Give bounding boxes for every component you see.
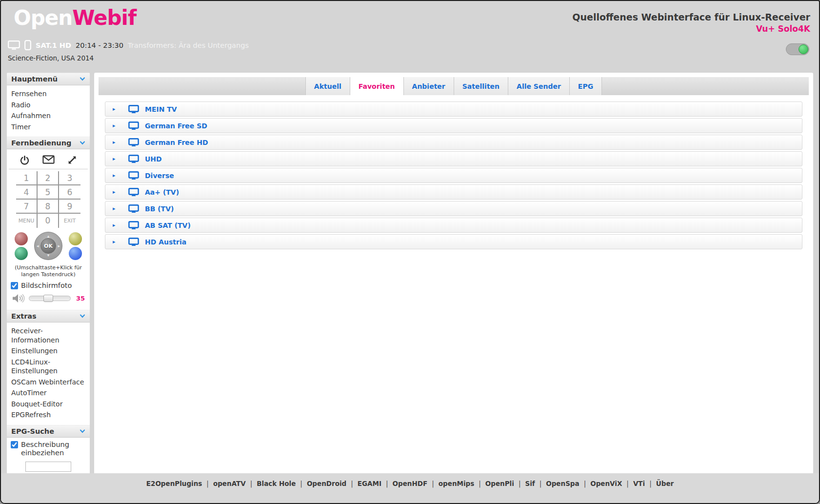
power-icon[interactable]: [20, 155, 30, 165]
tv-icon: [128, 171, 139, 180]
remote-key-1[interactable]: 1: [16, 171, 38, 185]
power-toggle-knob[interactable]: [799, 44, 808, 54]
sidebar-item-lcd4linux[interactable]: LCD4Linux-Einstellungen: [7, 357, 90, 377]
mobile-phone-icon: [24, 40, 31, 50]
footer-link-openpli[interactable]: OpenPli: [485, 480, 525, 487]
footer-link-e2openplugins[interactable]: E2OpenPlugins: [146, 480, 213, 487]
channel-tabs: Aktuell Favoriten Anbieter Satelliten Al…: [99, 77, 809, 95]
remote-key-7[interactable]: 7: [16, 200, 38, 214]
footer-link-openvix[interactable]: OpenViX: [590, 480, 633, 487]
remote-key-5[interactable]: 5: [38, 185, 59, 200]
chevron-down-icon: [80, 77, 85, 81]
sidebar-item-radio[interactable]: Radio: [7, 100, 90, 111]
sidebar-item-autotimer[interactable]: AutoTimer: [7, 387, 90, 399]
remote-key-2[interactable]: 2: [38, 171, 59, 185]
dpad[interactable]: ▴ ▾ ◂ ▸ OK: [34, 232, 62, 260]
footer-link-vti[interactable]: VTi: [633, 480, 656, 487]
bouquet-row[interactable]: ▸ German Free SD: [105, 118, 802, 133]
remote-key-3[interactable]: 3: [59, 171, 80, 185]
volume-slider-handle[interactable]: [43, 295, 53, 302]
footer-link-openatv[interactable]: openATV: [213, 480, 257, 487]
include-description-checkbox[interactable]: [11, 441, 18, 448]
expand-arrow-icon: ▸: [113, 122, 124, 129]
remote-key-menu[interactable]: MENU: [16, 214, 38, 228]
ok-button[interactable]: OK: [40, 238, 56, 254]
content-area: Hauptmenü Fernsehen Radio Aufnahmen Time…: [1, 73, 819, 496]
sidebar-item-fernsehen[interactable]: Fernsehen: [7, 88, 90, 100]
dpad-right-icon[interactable]: ▸: [58, 244, 60, 248]
tv-icon: [128, 155, 139, 163]
blue-button[interactable]: [69, 247, 82, 260]
remote-key-4[interactable]: 4: [16, 185, 38, 200]
remote-key-0[interactable]: 0: [38, 214, 59, 228]
remote-nav-cluster: ▴ ▾ ◂ ▸ OK: [7, 232, 90, 260]
bouquet-row[interactable]: ▸ HD Austria: [105, 234, 802, 249]
tv-icon: [128, 138, 139, 147]
epg-search-input[interactable]: [25, 462, 71, 472]
tab-favoriten[interactable]: Favoriten: [350, 77, 404, 95]
tv-screen-icon: [8, 40, 20, 50]
footer-link-openhdf[interactable]: OpenHDF: [393, 480, 439, 487]
footer-link-openmips[interactable]: openMips: [439, 480, 485, 487]
sidebar-item-oscam[interactable]: OSCam Webinterface: [7, 377, 90, 388]
tab-alle-sender[interactable]: Alle Sender: [508, 77, 570, 95]
footer-link-egami[interactable]: EGAMI: [358, 480, 393, 487]
bouquet-row[interactable]: ▸ AB SAT (TV): [105, 218, 802, 233]
yellow-button[interactable]: [69, 232, 82, 245]
bouquet-row[interactable]: ▸ Diverse: [105, 168, 802, 183]
screenshot-checkbox[interactable]: [11, 282, 18, 289]
message-envelope-icon[interactable]: [42, 155, 55, 165]
green-button[interactable]: [15, 247, 28, 260]
bouquet-row[interactable]: ▸ UHD: [105, 151, 802, 166]
remote-key-6[interactable]: 6: [59, 185, 80, 200]
sidebar: Hauptmenü Fernsehen Radio Aufnahmen Time…: [7, 73, 90, 496]
sidebar-item-timer[interactable]: Timer: [7, 121, 90, 133]
bouquet-label: German Free HD: [145, 139, 208, 146]
power-toggle[interactable]: [786, 43, 809, 55]
expand-arrow-icon: ▸: [113, 139, 124, 145]
footer-link-sif[interactable]: Sif: [525, 480, 546, 487]
expand-arrow-icon: ▸: [113, 222, 124, 228]
volume-control: 35: [7, 290, 90, 308]
bouquet-row[interactable]: ▸ German Free HD: [105, 135, 802, 150]
logo-open-text: Open: [14, 6, 72, 30]
tv-icon: [128, 121, 139, 130]
remote-key-9[interactable]: 9: [59, 200, 80, 214]
accordion-extras[interactable]: Extras: [7, 310, 90, 323]
tab-satelliten[interactable]: Satelliten: [454, 77, 508, 95]
sidebar-item-einstellungen[interactable]: Einstellungen: [7, 345, 90, 357]
divider: [9, 169, 88, 169]
dpad-left-icon[interactable]: ◂: [37, 244, 39, 248]
remote-control: 1 2 3 4 5 6 7 8 9 MENU 0 EXIT: [7, 149, 90, 310]
chevron-down-icon: [80, 314, 85, 318]
bouquet-row[interactable]: ▸ Aa+ (TV): [105, 184, 802, 200]
red-button[interactable]: [15, 232, 28, 245]
screenshot-label: Bildschirmfoto: [21, 282, 72, 289]
volume-slider[interactable]: [29, 296, 71, 301]
header: OpenWebif Quelloffenes Webinterface für …: [1, 1, 819, 73]
tab-aktuell[interactable]: Aktuell: [305, 77, 350, 95]
tab-anbieter[interactable]: Anbieter: [404, 77, 454, 95]
sidebar-item-receiver-informationen[interactable]: Receiver-Informationen: [7, 325, 90, 345]
logo-webif-text: Webif: [72, 6, 136, 30]
sidebar-item-epgrefresh[interactable]: EPGRefresh: [7, 409, 90, 421]
speaker-icon[interactable]: [12, 293, 25, 303]
dpad-down-icon[interactable]: ▾: [47, 253, 50, 258]
footer-link-black-hole[interactable]: Black Hole: [257, 480, 307, 487]
accordion-epg-suche[interactable]: EPG-Suche: [7, 425, 90, 438]
remote-key-8[interactable]: 8: [38, 200, 59, 214]
tab-epg[interactable]: EPG: [570, 77, 602, 95]
sidebar-item-aufnahmen[interactable]: Aufnahmen: [7, 110, 90, 121]
bouquet-row[interactable]: ▸ BB (TV): [105, 201, 802, 216]
footer-link-openspa[interactable]: OpenSpa: [546, 480, 590, 487]
footer-link-ueber[interactable]: Über: [656, 480, 674, 487]
tv-icon: [128, 221, 139, 230]
sidebar-item-bouquet-editor[interactable]: Bouquet-Editor: [7, 399, 90, 410]
bouquet-label: BB (TV): [145, 205, 174, 213]
fullscreen-expand-icon[interactable]: [67, 155, 77, 165]
accordion-fernbedienung[interactable]: Fernbedienung: [7, 137, 90, 149]
bouquet-row[interactable]: ▸ MEIN TV: [105, 101, 802, 117]
footer-link-opendroid[interactable]: OpenDroid: [307, 480, 358, 487]
remote-key-exit[interactable]: EXIT: [59, 214, 80, 228]
accordion-hauptmenu[interactable]: Hauptmenü: [7, 73, 90, 85]
